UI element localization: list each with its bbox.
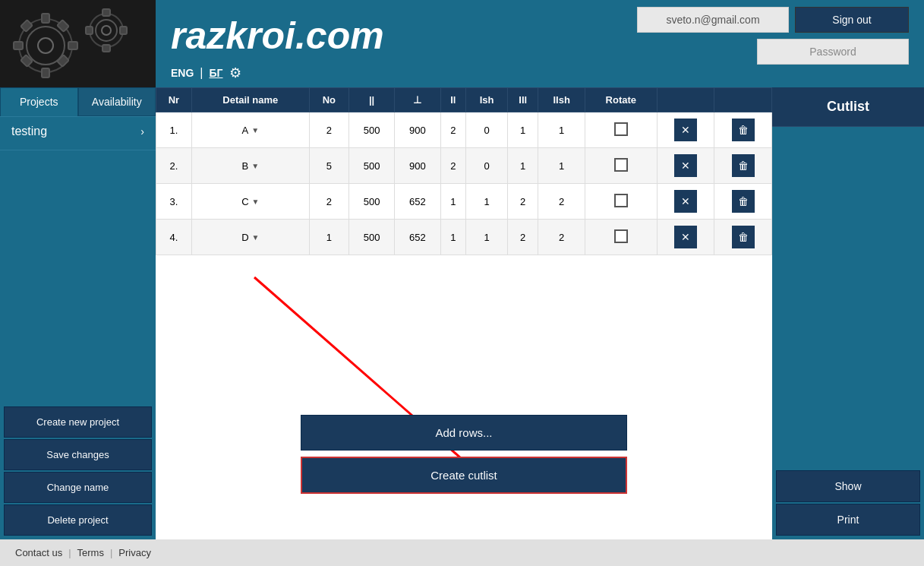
content-area: Nr Detail name No || ⊥ Il Ish IIl IIsh R… xyxy=(156,87,772,539)
col-nr: Nr xyxy=(156,88,192,112)
cell-delete[interactable]: 🗑 xyxy=(714,148,772,184)
cell-iil: 1 xyxy=(508,112,538,148)
cell-rotate[interactable] xyxy=(585,220,657,255)
col-h1: ⊥ xyxy=(395,88,440,112)
language-row: ENG | БГ ⚙ xyxy=(171,65,909,81)
cell-nr: 2. xyxy=(156,148,192,184)
cell-w1: 500 xyxy=(348,184,394,220)
header: razkroi.com sveto.n@gmail.com Sign out P… xyxy=(0,0,924,87)
table-row: 4. D ▼ 1 500 652 1 1 2 2 ✕ 🗑 xyxy=(156,220,772,255)
lang-separator: | xyxy=(200,66,203,80)
cancel-row-button[interactable]: ✕ xyxy=(674,154,697,177)
cell-cancel[interactable]: ✕ xyxy=(657,184,714,220)
cell-iish: 1 xyxy=(538,112,585,148)
cell-ish: 1 xyxy=(466,184,508,220)
footer-contact: Contact us xyxy=(15,547,62,558)
cell-cancel[interactable]: ✕ xyxy=(657,112,714,148)
right-panel: Cutlist Show Print xyxy=(772,87,924,539)
header-content: razkroi.com sveto.n@gmail.com Sign out P… xyxy=(156,0,924,87)
details-table: Nr Detail name No || ⊥ Il Ish IIl IIsh R… xyxy=(156,87,772,255)
cell-iil: 1 xyxy=(508,148,538,184)
delete-row-button[interactable]: 🗑 xyxy=(732,190,755,213)
sidebar-tabs: Projects Availability xyxy=(0,87,156,116)
sidebar: Projects Availability testing › Create n… xyxy=(0,87,156,539)
cell-nr: 1. xyxy=(156,112,192,148)
cell-h1: 900 xyxy=(395,148,440,184)
cell-iil: 2 xyxy=(508,220,538,255)
email-button[interactable]: sveto.n@gmail.com xyxy=(637,7,789,33)
cancel-row-button[interactable]: ✕ xyxy=(674,190,697,213)
cutlist-header: Cutlist xyxy=(772,87,924,127)
cell-no: 5 xyxy=(309,148,348,184)
delete-project-button[interactable]: Delete project xyxy=(4,504,152,536)
add-rows-button[interactable]: Add rows... xyxy=(301,415,627,451)
cell-il: 2 xyxy=(440,148,466,184)
svg-rect-5 xyxy=(42,68,49,77)
cell-name-text: A xyxy=(242,125,249,136)
cell-w1: 500 xyxy=(348,148,394,184)
cell-nr: 4. xyxy=(156,220,192,255)
create-cutlist-button[interactable]: Create cutlist xyxy=(301,457,627,494)
dropdown-arrow-icon: ▼ xyxy=(252,198,260,206)
col-w1: || xyxy=(348,88,394,112)
settings-icon[interactable]: ⚙ xyxy=(229,65,241,81)
dropdown-arrow-icon: ▼ xyxy=(251,162,259,170)
col-action2 xyxy=(714,88,772,112)
cell-rotate[interactable] xyxy=(585,148,657,184)
delete-row-button[interactable]: 🗑 xyxy=(732,119,755,141)
delete-row-button[interactable]: 🗑 xyxy=(732,154,755,177)
print-button[interactable]: Print xyxy=(776,504,920,536)
cell-h1: 652 xyxy=(395,184,440,220)
signout-button[interactable]: Sign out xyxy=(795,7,909,33)
cell-iish: 2 xyxy=(538,184,585,220)
save-changes-button[interactable]: Save changes xyxy=(4,439,152,470)
right-bottom-buttons: Show Print xyxy=(772,466,924,539)
delete-row-button[interactable]: 🗑 xyxy=(732,226,755,248)
create-new-project-button[interactable]: Create new project xyxy=(4,406,152,438)
col-detail-name: Detail name xyxy=(191,88,309,112)
footer-terms: Terms xyxy=(77,547,104,558)
cell-name[interactable]: A ▼ xyxy=(191,112,309,148)
cancel-row-button[interactable]: ✕ xyxy=(674,226,697,248)
cell-cancel[interactable]: ✕ xyxy=(657,148,714,184)
cell-rotate[interactable] xyxy=(585,112,657,148)
cell-name[interactable]: B ▼ xyxy=(191,148,309,184)
table-container: Nr Detail name No || ⊥ Il Ish IIl IIsh R… xyxy=(156,87,772,255)
cell-iil: 2 xyxy=(508,184,538,220)
svg-rect-7 xyxy=(68,42,77,49)
cell-cancel[interactable]: ✕ xyxy=(657,220,714,255)
cell-il: 1 xyxy=(440,184,466,220)
project-arrow-icon: › xyxy=(140,125,144,138)
cell-delete[interactable]: 🗑 xyxy=(714,220,772,255)
lang-eng-button[interactable]: ENG xyxy=(171,67,194,79)
arrow-annotation xyxy=(216,255,596,539)
table-row: 2. B ▼ 5 500 900 2 0 1 1 ✕ 🗑 xyxy=(156,148,772,184)
cell-delete[interactable]: 🗑 xyxy=(714,184,772,220)
cell-iish: 2 xyxy=(538,220,585,255)
cell-no: 2 xyxy=(309,184,348,220)
dropdown-arrow-icon: ▼ xyxy=(252,233,260,242)
logo-image xyxy=(0,0,156,87)
cell-name-text: B xyxy=(242,160,249,172)
cell-no: 2 xyxy=(309,112,348,148)
tab-projects[interactable]: Projects xyxy=(0,87,78,116)
header-controls: sveto.n@gmail.com Sign out Password xyxy=(637,7,909,65)
col-ish: Ish xyxy=(466,88,508,112)
sidebar-bottom-buttons: Create new project Save changes Change n… xyxy=(0,403,156,539)
cell-name[interactable]: C ▼ xyxy=(191,184,309,220)
cell-delete[interactable]: 🗑 xyxy=(714,112,772,148)
svg-rect-6 xyxy=(14,42,23,49)
show-button[interactable]: Show xyxy=(776,470,920,502)
cell-name[interactable]: D ▼ xyxy=(191,220,309,255)
project-name: testing xyxy=(11,125,47,138)
cancel-row-button[interactable]: ✕ xyxy=(674,119,697,141)
project-item-testing[interactable]: testing › xyxy=(0,116,156,146)
cell-rotate[interactable] xyxy=(585,184,657,220)
lang-bg-button[interactable]: БГ xyxy=(210,67,223,79)
cell-w1: 500 xyxy=(348,220,394,255)
password-button[interactable]: Password xyxy=(757,39,909,65)
change-name-button[interactable]: Change name xyxy=(4,472,152,503)
svg-rect-15 xyxy=(102,9,110,16)
col-rotate: Rotate xyxy=(585,88,657,112)
tab-availability[interactable]: Availability xyxy=(78,87,156,116)
